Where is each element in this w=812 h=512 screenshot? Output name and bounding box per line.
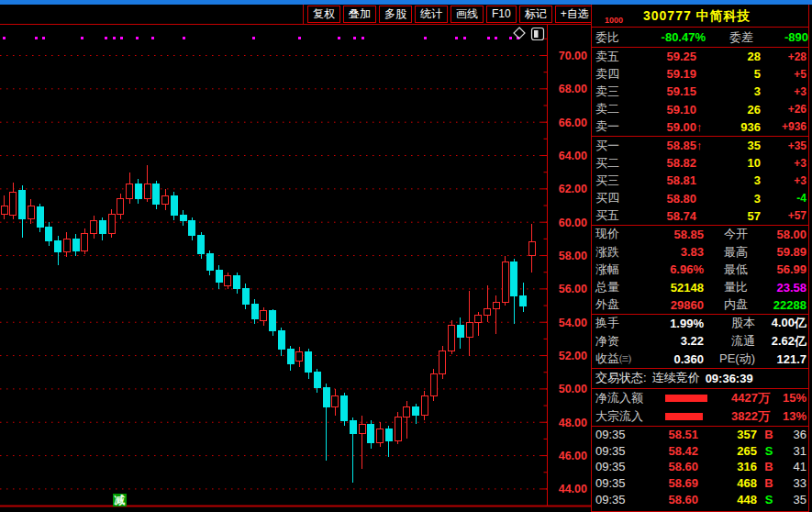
tick-row[interactable]: 09:3558.51357B36	[592, 427, 808, 443]
tick-time: 09:35	[595, 493, 638, 506]
tick-price: 58.42	[638, 444, 698, 458]
tick-volume: 448	[698, 493, 757, 506]
quote-panel: 1000 300777 中简科技 委比 -80.47% 委差 -890 卖五59…	[591, 5, 809, 512]
level-price: 59.00	[640, 120, 696, 134]
field-label: 涨跌	[595, 244, 636, 261]
flow-bar	[665, 413, 703, 420]
fundamental-row: 净资3.22流通2.62亿	[592, 332, 808, 350]
toolbar-button-mark[interactable]: 标记	[519, 6, 552, 23]
weibi-label: 委比	[595, 29, 636, 46]
tick-time: 09:35	[595, 444, 638, 458]
level-label: 卖四	[595, 66, 640, 83]
money-flow: 净流入额4427万15%大宗流入3822万13%	[592, 389, 808, 427]
svg-text:44.00: 44.00	[559, 483, 587, 495]
field-value: 52148	[636, 281, 704, 295]
money-flow-row: 净流入额4427万15%	[592, 389, 808, 407]
price-direction-arrow-icon: ↑	[696, 120, 707, 134]
order-book-row[interactable]: 买一58.85↑35+35	[592, 137, 808, 154]
toolbar-button-fuquan[interactable]: 复权	[307, 6, 340, 23]
order-book-row[interactable]: 卖五59.2528+28	[592, 48, 808, 65]
tick-row[interactable]: 09:3558.42265S31	[592, 442, 808, 459]
svg-text:50.00: 50.00	[559, 383, 587, 395]
svg-text:46.00: 46.00	[559, 450, 587, 462]
tick-side: B	[757, 428, 781, 441]
level-label: 卖二	[595, 101, 640, 117]
toolbar-button-statistics[interactable]: 统计	[415, 6, 448, 23]
order-book-row[interactable]: 买二58.8210+3	[592, 154, 808, 172]
toolbar-button-overlay[interactable]: 叠加	[343, 6, 376, 23]
fundamental-row: 换手1.99%股本4.00亿	[592, 315, 808, 332]
tick-side: S	[757, 444, 781, 458]
svg-text:54.00: 54.00	[559, 317, 587, 329]
field-label: 内盘	[704, 296, 748, 313]
order-book-row[interactable]: 卖三59.153+3	[592, 83, 808, 100]
stock-code-and-name: 300777 中简科技	[643, 8, 751, 25]
order-book-row[interactable]: 买三58.813+3	[592, 172, 808, 189]
level-volume: 936	[707, 120, 761, 134]
field-value: 22288	[748, 298, 806, 312]
order-book-row[interactable]: 卖二59.1026+26	[592, 101, 808, 118]
money-flow-row: 大宗流入3822万13%	[592, 407, 808, 426]
field-label: 最低	[704, 262, 748, 278]
snapshot-row: 总量52148量比23.58	[592, 278, 808, 295]
toolbar-button-add-watchlist[interactable]: +自选	[555, 6, 595, 23]
tick-row[interactable]: 09:3558.60316B41	[592, 459, 808, 475]
level-price: 58.74	[640, 209, 696, 223]
order-book-row[interactable]: 卖一59.00↑936+936	[592, 118, 808, 136]
status-value: 连续竞价	[652, 370, 700, 386]
snapshot-row: 涨跌3.83最高59.89	[592, 243, 808, 261]
field-value: 59.89	[748, 245, 806, 259]
order-book-row[interactable]: 卖四59.195+5	[592, 65, 808, 83]
level-label: 卖五	[595, 49, 640, 65]
flow-bar	[665, 395, 707, 402]
toolbar-button-draw-line[interactable]: 画线	[450, 6, 484, 23]
toolbar-button-f10[interactable]: F10	[486, 6, 517, 23]
tick-time: 09:35	[595, 460, 638, 473]
svg-text:56.00: 56.00	[559, 283, 587, 295]
candlestick-chart[interactable]: 70.0068.0066.0064.0062.0060.0058.0056.00…	[0, 25, 591, 512]
level-delta: +26	[761, 103, 806, 116]
stock-header[interactable]: 1000 300777 中简科技	[592, 5, 808, 28]
tick-row[interactable]: 09:3558.60448S35	[592, 491, 808, 507]
tick-side: B	[757, 476, 781, 490]
toolbar-button-multi-stock[interactable]: 多股	[379, 6, 412, 23]
field-value: 23.58	[748, 281, 806, 295]
tick-volume: 468	[698, 476, 757, 490]
level-price: 59.15	[640, 84, 696, 98]
tick-row[interactable]: 09:3558.69468B33	[592, 475, 808, 492]
level-delta: +5	[761, 68, 806, 81]
ask-levels: 卖五59.2528+28卖四59.195+5卖三59.153+3卖二59.102…	[592, 48, 808, 137]
tick-count: 35	[781, 493, 806, 506]
trading-terminal-window: 复权叠加多股统计画线F10标记+自选返回 70.0068.0066.0064.0…	[0, 0, 812, 512]
field-label: 股本	[704, 315, 755, 331]
fundamental-row: 收益㈢0.360PE(动)121.7	[592, 350, 808, 367]
tick-count: 36	[781, 428, 806, 441]
level-label: 买三	[595, 173, 640, 189]
level-delta: +35	[761, 139, 806, 152]
field-value: 3.83	[636, 245, 704, 259]
svg-text:62.00: 62.00	[559, 183, 587, 195]
field-value: 2.62亿	[755, 333, 806, 350]
level-label: 买一	[595, 138, 640, 154]
level-delta: +57	[761, 209, 806, 222]
mini-window-icon[interactable]	[532, 28, 544, 40]
level-volume: 5	[707, 67, 761, 81]
level-volume: 3	[707, 173, 761, 187]
y-axis-labels: 70.0068.0066.0064.0062.0060.0058.0056.00…	[559, 50, 587, 495]
level-delta: -4	[761, 192, 806, 205]
svg-text:58.00: 58.00	[559, 250, 587, 262]
tick-count: 31	[781, 444, 806, 458]
order-book-row[interactable]: 买五58.7457+57	[592, 207, 808, 225]
tick-list[interactable]: 09:3558.51357B3609:3558.42265S3109:3558.…	[592, 427, 808, 507]
grid-lines	[0, 56, 547, 489]
candlestick-series[interactable]	[1, 165, 535, 482]
level-volume: 57	[707, 209, 761, 223]
svg-text:68.00: 68.00	[559, 83, 587, 95]
level-delta: +3	[761, 174, 806, 187]
level-price: 58.85	[640, 139, 696, 152]
order-book-row[interactable]: 买四58.803-4	[592, 190, 808, 207]
fundamentals: 换手1.99%股本4.00亿净资3.22流通2.62亿收益㈢0.360PE(动)…	[592, 315, 808, 369]
price-snapshot: 现价58.85今开58.00涨跌3.83最高59.89涨幅6.96%最低56.9…	[592, 226, 808, 315]
level-delta: +28	[761, 50, 806, 63]
level-volume: 26	[707, 103, 761, 117]
